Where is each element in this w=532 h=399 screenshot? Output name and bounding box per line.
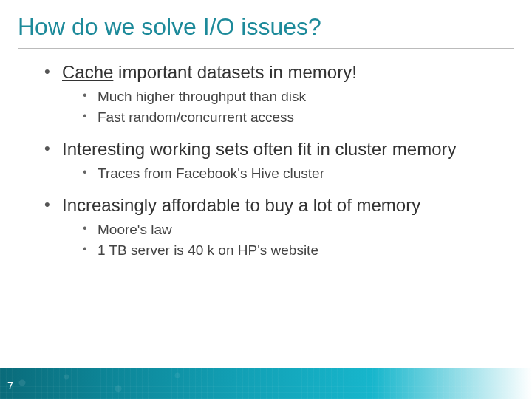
bullet-text-underlined: Cache [62, 62, 113, 82]
sub-bullet-item: Traces from Facebook's Hive cluster [83, 164, 502, 183]
sub-bullet-list: Moore's law 1 TB server is 40 k on HP's … [83, 220, 502, 259]
bullet-text: Increasingly affordable to buy a lot of … [62, 195, 420, 215]
bullet-text: Interesting working sets often fit in cl… [62, 139, 457, 159]
sub-bullet-item: Fast random/concurrent access [83, 108, 502, 127]
sub-bullet-list: Much higher throughput than disk Fast ra… [83, 87, 502, 126]
sub-bullet-list: Traces from Facebook's Hive cluster [83, 164, 502, 183]
slide-title: How do we solve I/O issues? [0, 0, 532, 48]
title-divider [18, 48, 514, 49]
slide: How do we solve I/O issues? Cache import… [0, 0, 532, 399]
bullet-list: Cache important datasets in memory! Much… [44, 61, 502, 259]
sub-bullet-item: Much higher throughput than disk [83, 87, 502, 106]
bullet-text: important datasets in memory! [113, 62, 356, 82]
bullet-item: Increasingly affordable to buy a lot of … [44, 194, 502, 260]
bullet-item: Interesting working sets often fit in cl… [44, 137, 502, 183]
page-number: 7 [7, 379, 13, 392]
sub-bullet-item: 1 TB server is 40 k on HP's website [83, 241, 502, 260]
footer-decoration: 7 [0, 368, 532, 399]
bullet-item: Cache important datasets in memory! Much… [44, 61, 502, 127]
sub-bullet-item: Moore's law [83, 220, 502, 239]
slide-content: Cache important datasets in memory! Much… [0, 61, 532, 259]
